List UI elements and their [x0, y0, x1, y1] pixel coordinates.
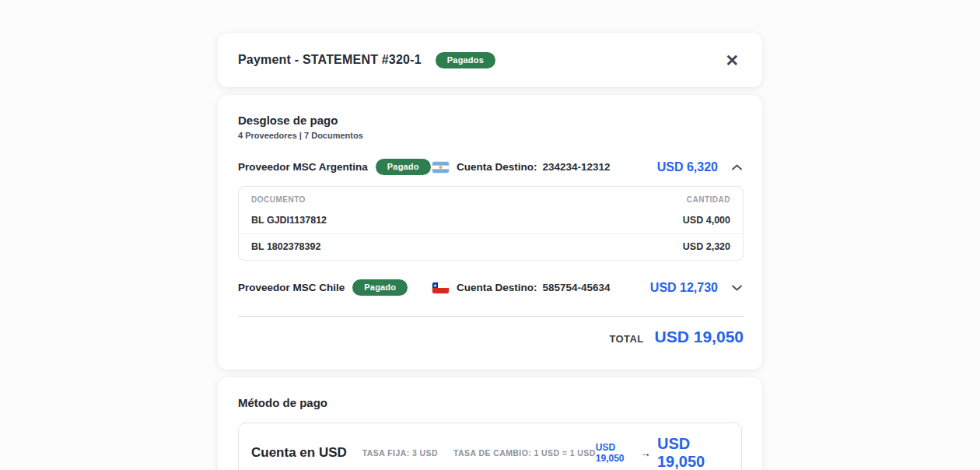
document-amount: USD 4,000: [683, 215, 730, 226]
chile-flag-icon: [432, 282, 449, 293]
chevron-up-icon[interactable]: [730, 163, 744, 172]
column-header-documento: DOCUMENTO: [251, 195, 306, 204]
provider-amount: USD 6,320: [657, 160, 718, 174]
arrow-right-icon: →: [640, 447, 651, 459]
account-number: 585754-45634: [543, 282, 611, 293]
total-amount: USD 19,050: [655, 328, 744, 346]
close-icon[interactable]: ✕: [722, 49, 742, 72]
payment-header-card: Payment - STATEMENT #320-1 Pagados ✕: [218, 33, 762, 87]
table-row: BL 1802378392 USD 2,320: [239, 233, 743, 260]
provider-status-badge: Pagado: [352, 279, 408, 296]
exchange-rate-label: TASA DE CAMBIO: 1 USD = 1 USD: [453, 448, 596, 458]
document-amount: USD 2,320: [683, 241, 730, 252]
method-title: Método de pago: [238, 396, 742, 409]
total-divider: [238, 316, 744, 317]
destination-account: Cuenta Destino: 234234-12312: [457, 161, 611, 173]
breakdown-subtitle: 4 Proveedores | 7 Documentos: [238, 131, 744, 140]
payment-method-card: Método de pago Cuenta en USD TASA FIJA: …: [218, 377, 762, 470]
document-id: BL 1802378392: [251, 241, 320, 252]
account-label: Cuenta Destino:: [457, 161, 537, 173]
table-row: BL GJDI1137812 USD 4,000: [239, 208, 743, 233]
provider-amount-group: USD 12,730: [650, 281, 744, 295]
payment-method-option-usd[interactable]: Cuenta en USD TASA FIJA: 3 USD TASA DE C…: [238, 423, 742, 470]
payment-title: Payment - STATEMENT #320-1: [238, 53, 422, 67]
provider-status-badge: Pagado: [376, 159, 431, 175]
conversion-to-amount: USD 19,050: [657, 435, 721, 470]
column-header-cantidad: CANTIDAD: [687, 195, 730, 204]
documents-header-row: DOCUMENTO CANTIDAD: [239, 187, 743, 208]
method-account-name: Cuenta en USD: [251, 445, 347, 461]
breakdown-title: Desglose de pago: [238, 114, 744, 127]
provider-row-chile: Proveedor MSC Chile Pagado Cuenta Destin…: [238, 279, 744, 296]
fixed-rate-label: TASA FIJA: 3 USD: [362, 448, 438, 458]
payment-breakdown-card: Desglose de pago 4 Proveedores | 7 Docum…: [218, 95, 762, 370]
argentina-flag-icon: [432, 162, 449, 173]
conversion-from-amount: USD 19,050: [596, 442, 634, 464]
conversion-group: USD 19,050 → USD 19,050: [596, 435, 721, 470]
account-label: Cuenta Destino:: [457, 282, 537, 293]
documents-panel: DOCUMENTO CANTIDAD BL GJDI1137812 USD 4,…: [238, 186, 744, 261]
document-id: BL GJDI1137812: [251, 215, 327, 226]
total-row: TOTAL USD 19,050: [238, 328, 744, 346]
destination-account: Cuenta Destino: 585754-45634: [457, 282, 611, 293]
provider-identity: Proveedor MSC Argentina Pagado: [238, 159, 432, 175]
provider-amount-group: USD 6,320: [657, 160, 744, 174]
account-number: 234234-12312: [543, 161, 611, 173]
chevron-down-icon[interactable]: [730, 283, 744, 293]
status-badge: Pagados: [436, 52, 495, 68]
total-label: TOTAL: [610, 333, 644, 345]
provider-name: Proveedor MSC Chile: [238, 282, 345, 293]
provider-identity: Proveedor MSC Chile Pagado: [238, 279, 432, 296]
provider-amount: USD 12,730: [650, 281, 718, 295]
provider-name: Proveedor MSC Argentina: [238, 161, 368, 173]
provider-row-argentina: Proveedor MSC Argentina Pagado Cuenta De…: [238, 159, 744, 175]
payment-modal: Payment - STATEMENT #320-1 Pagados ✕ Des…: [218, 0, 762, 470]
